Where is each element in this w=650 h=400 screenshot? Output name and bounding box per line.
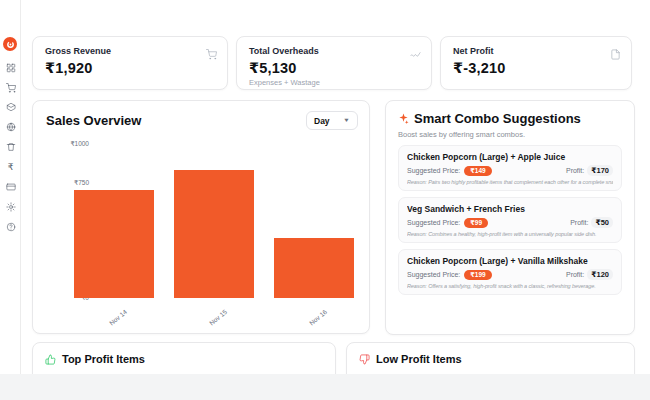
file-icon [610, 46, 621, 57]
suggested-price-label: Suggested Price: [407, 167, 460, 174]
stat-value: ₹-3,210 [453, 60, 619, 76]
combo-suggestion-card[interactable]: Veg Sandwich + French Fries Suggested Pr… [398, 197, 622, 243]
smart-combo-subtitle: Boost sales by offering smart combos. [398, 130, 622, 139]
profit-value: ₹50 [591, 217, 613, 228]
combo-name: Chicken Popcorn (Large) + Vanilla Milksh… [407, 256, 613, 266]
sales-overview-panel: Sales Overview Day ▼ ₹1000₹750₹500₹250₹0… [32, 100, 370, 334]
sparkle-icon [398, 113, 409, 124]
stat-label: Net Profit [453, 46, 619, 56]
stat-card-net-profit: Net Profit ₹-3,210 [440, 36, 632, 90]
suggested-price-badge: ₹149 [464, 166, 491, 176]
profit-value: ₹120 [587, 269, 613, 280]
stat-value: ₹5,130 [249, 60, 419, 76]
gear-icon[interactable] [4, 200, 17, 213]
grid-icon[interactable] [4, 61, 17, 74]
stat-card-total-overheads: Total Overheads ₹5,130 Expenses + Wastag… [236, 36, 432, 90]
chart-bar [274, 238, 354, 298]
cart-icon[interactable] [4, 81, 17, 94]
combo-reason: Reason: Combines a healthy, high-profit … [407, 231, 613, 237]
chevron-down-icon: ▼ [343, 118, 350, 124]
suggested-price-label: Suggested Price: [407, 271, 460, 278]
chart-bar [74, 190, 154, 298]
combo-reason: Reason: Offers a satisfying, high-profit… [407, 283, 613, 289]
trend-icon [410, 46, 421, 57]
combo-name: Veg Sandwich + French Fries [407, 204, 613, 214]
x-axis-tick: Nov 14 [108, 308, 128, 327]
low-profit-items-panel: Low Profit Items [346, 342, 635, 374]
rupee-icon[interactable]: ₹ [4, 160, 17, 173]
suggested-price-label: Suggested Price: [407, 219, 460, 226]
stat-label: Total Overheads [249, 46, 419, 56]
app-window: ₹ Gross Revenue ₹1,920 Total Overheads ₹… [0, 0, 650, 374]
thumbs-up-icon [45, 354, 56, 365]
box-icon[interactable] [4, 100, 17, 113]
cart-icon [206, 46, 217, 57]
suggested-price-badge: ₹99 [464, 218, 488, 228]
stat-label: Gross Revenue [45, 46, 215, 56]
profit-label: Profit: [566, 271, 584, 278]
range-selected-value: Day [314, 116, 330, 126]
x-axis-tick: Nov 16 [308, 308, 328, 327]
chart-x-axis: Nov 14Nov 15Nov 16 [74, 302, 364, 328]
combo-suggestion-card[interactable]: Chicken Popcorn (Large) + Apple Juice Su… [398, 145, 622, 191]
sidebar: ₹ [0, 0, 21, 374]
suggested-price-badge: ₹199 [464, 270, 491, 280]
profit-label: Profit: [570, 219, 588, 226]
combo-reason: Reason: Pairs two highly profitable item… [407, 179, 613, 185]
low-profit-title: Low Profit Items [376, 353, 462, 365]
combo-name: Chicken Popcorn (Large) + Apple Juice [407, 152, 613, 162]
stat-subtitle: Expenses + Wastage [249, 78, 419, 87]
globe-icon[interactable] [4, 120, 17, 133]
profit-label: Profit: [566, 167, 584, 174]
x-axis-tick: Nov 15 [208, 308, 228, 327]
chart-bar [174, 170, 254, 298]
credit-card-icon[interactable] [4, 180, 17, 193]
stat-value: ₹1,920 [45, 60, 215, 76]
top-profit-title: Top Profit Items [62, 353, 145, 365]
trash-icon[interactable] [4, 140, 17, 153]
help-icon[interactable] [4, 220, 17, 233]
smart-combo-panel: Smart Combo Suggestions Boost sales by o… [385, 100, 635, 335]
thumbs-down-icon [359, 354, 370, 365]
top-profit-items-panel: Top Profit Items [32, 342, 336, 374]
profit-value: ₹170 [587, 165, 613, 176]
range-dropdown[interactable]: Day ▼ [306, 111, 358, 130]
stat-card-gross-revenue: Gross Revenue ₹1,920 [32, 36, 228, 90]
smart-combo-title: Smart Combo Suggestions [414, 111, 581, 126]
combo-suggestion-card[interactable]: Chicken Popcorn (Large) + Vanilla Milksh… [398, 249, 622, 295]
sales-overview-title: Sales Overview [46, 113, 141, 128]
bar-chart-plot [74, 144, 364, 298]
app-logo-icon[interactable] [3, 37, 17, 51]
